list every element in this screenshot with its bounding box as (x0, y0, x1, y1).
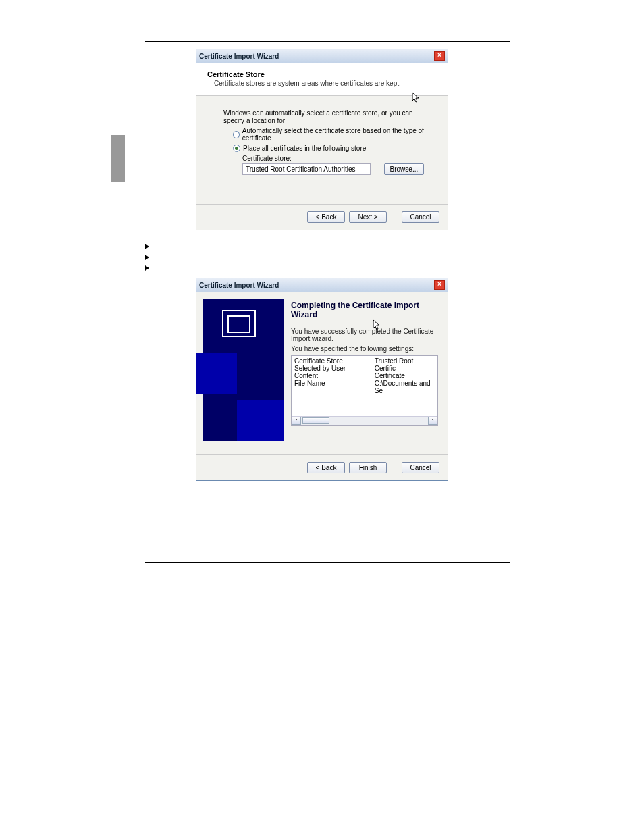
settings-intro: You have specified the following setting… (291, 345, 438, 353)
cursor-icon (372, 319, 381, 332)
setting-key: Content (294, 372, 369, 380)
cancel-button[interactable]: Cancel (402, 462, 439, 473)
wizard-subheading: Certificate stores are system areas wher… (214, 80, 437, 87)
banner-shape (196, 353, 237, 394)
cursor-icon (411, 92, 421, 104)
store-label: Certificate store: (242, 155, 427, 162)
bullet-item (145, 244, 576, 249)
bullet-list (145, 244, 576, 271)
scroll-thumb[interactable] (302, 417, 329, 424)
success-text: You have successfully completed the Cert… (291, 328, 438, 342)
close-icon[interactable]: × (434, 280, 445, 290)
top-divider (145, 41, 510, 42)
wizard-header: Certificate Store Certificate stores are… (196, 63, 448, 96)
setting-key: Certificate Store Selected by User (294, 357, 369, 372)
titlebar: Certificate Import Wizard × (196, 49, 448, 63)
setting-key: File Name (294, 380, 369, 387)
back-button[interactable]: < Back (307, 462, 345, 473)
cert-import-wizard-step: Certificate Import Wizard × Certificate … (196, 49, 448, 230)
scroll-right-icon[interactable]: › (428, 417, 437, 425)
setting-value: Trusted Root Certific (375, 357, 435, 372)
triangle-bullet-icon (145, 244, 149, 249)
cert-import-wizard-complete: Certificate Import Wizard × Completing t… (196, 278, 448, 481)
radio-auto-select[interactable]: Automatically select the certificate sto… (233, 127, 427, 142)
bottom-divider (145, 562, 510, 563)
certificate-icon (222, 310, 256, 337)
radio-place-all[interactable]: Place all certificates in the following … (233, 145, 427, 152)
finish-button[interactable]: Finish (349, 462, 387, 473)
wizard-footer: < Back Next > Cancel (196, 204, 448, 230)
back-button[interactable]: < Back (307, 211, 345, 223)
setting-value: Certificate (375, 372, 435, 380)
triangle-bullet-icon (145, 255, 149, 260)
wizard-banner (203, 299, 284, 441)
scroll-left-icon[interactable]: ‹ (292, 417, 301, 425)
window-title: Certificate Import Wizard (199, 282, 279, 289)
bullet-item (145, 265, 576, 271)
intro-text: Windows can automatically select a certi… (223, 109, 427, 124)
wizard-footer: < Back Finish Cancel (196, 454, 448, 480)
wizard-heading: Certificate Store (207, 70, 437, 78)
radio-icon (233, 131, 240, 138)
close-icon[interactable]: × (434, 51, 445, 61)
window-title: Certificate Import Wizard (199, 53, 279, 60)
setting-value: C:\Documents and Se (375, 380, 435, 394)
bullet-item (145, 255, 576, 260)
settings-list: Certificate Store Selected by User Conte… (291, 355, 438, 426)
triangle-bullet-icon (145, 265, 149, 271)
radio-place-label: Place all certificates in the following … (243, 145, 366, 152)
radio-icon (233, 145, 240, 152)
wizard-complete-heading: Completing the Certificate Import Wizard (291, 301, 438, 319)
horizontal-scrollbar[interactable]: ‹ › (292, 416, 437, 425)
cancel-button[interactable]: Cancel (402, 211, 439, 223)
banner-shape (237, 400, 284, 441)
next-button[interactable]: Next > (349, 211, 387, 223)
titlebar: Certificate Import Wizard × (196, 278, 448, 292)
page-side-tab (111, 135, 125, 182)
radio-auto-label: Automatically select the certificate sto… (242, 127, 427, 142)
browse-button[interactable]: Browse... (384, 163, 425, 175)
certificate-store-input[interactable]: Trusted Root Certification Authorities (242, 163, 371, 175)
